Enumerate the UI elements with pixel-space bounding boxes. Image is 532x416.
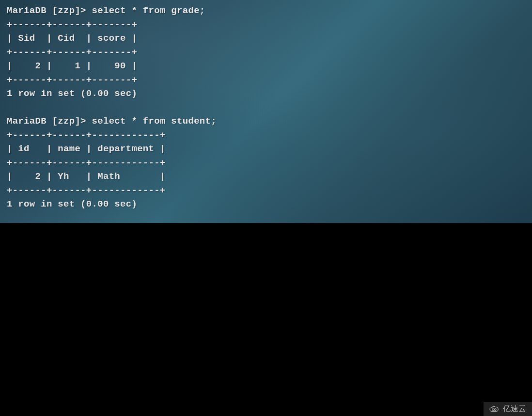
watermark: 亿速云 xyxy=(484,402,532,416)
table-border: +------+------+------------+ xyxy=(7,156,525,170)
sql-statement: select * from student; xyxy=(92,116,217,127)
table-border: +------+------+-------+ xyxy=(7,18,525,32)
query2-line: MariaDB [zzp]> select * from student; xyxy=(7,114,525,128)
table-row: | 2 | Yh | Math | xyxy=(7,170,525,184)
empty-area xyxy=(0,223,532,416)
watermark-text: 亿速云 xyxy=(503,404,526,414)
table-border: +------+------+------------+ xyxy=(7,184,525,198)
table-border: +------+------+------------+ xyxy=(7,128,525,143)
svg-point-0 xyxy=(492,408,494,410)
blank-line xyxy=(7,101,525,115)
table-border: +------+------+-------+ xyxy=(7,73,525,87)
table-border: +------+------+-------+ xyxy=(7,46,525,60)
sql-statement: select * from grade; xyxy=(92,5,205,16)
result-summary: 1 row in set (0.00 sec) xyxy=(7,197,525,211)
result-summary: 1 row in set (0.00 sec) xyxy=(7,87,525,101)
table-header: | Sid | Cid | score | xyxy=(7,32,525,46)
table-row: | 2 | 1 | 90 | xyxy=(7,59,525,73)
table-header: | id | name | department | xyxy=(7,142,525,156)
svg-point-1 xyxy=(494,408,496,410)
query1-line: MariaDB [zzp]> select * from grade; xyxy=(7,4,525,18)
terminal-output[interactable]: MariaDB [zzp]> select * from grade; +---… xyxy=(0,0,532,223)
prompt: MariaDB [zzp]> xyxy=(7,5,92,16)
prompt: MariaDB [zzp]> xyxy=(7,116,92,127)
cloud-icon xyxy=(488,405,500,414)
